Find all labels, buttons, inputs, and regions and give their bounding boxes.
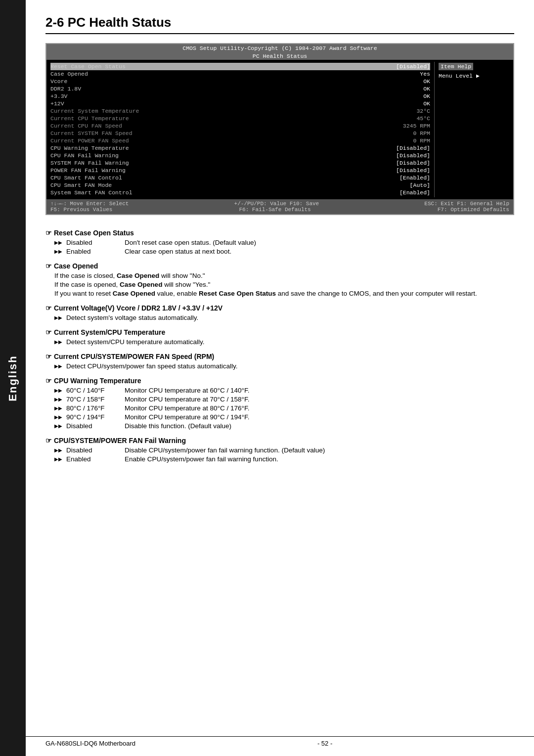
bios-footer-col3: ESC: Exit F1: General Help [424,201,509,207]
section-number: 2-6 [45,15,64,30]
sidebar-label: English [6,355,19,401]
para-text: If the case is closed, Case Opened will … [54,272,514,279]
item-help-title: Item Help [439,63,473,70]
bios-row: CPU Smart FAN Mode[Auto] [50,181,430,189]
section-case-opened: ☞ Case OpenedIf the case is closed, Case… [45,262,514,297]
bios-row: Current SYSTEM FAN Speed0 RPM [50,130,430,137]
bios-row: Current CPU FAN Speed3245 RPM [50,122,430,130]
bios-subheader: PC Health Status [46,52,513,60]
bios-body: Reset Case Open Status[Disabled]Case Ope… [46,60,513,199]
section-fan-fail-warning: ☞ CPU/SYSTEM/POWER FAN Fail WarningDisab… [45,437,514,463]
section-title: ☞ Current Voltage(V) Vcore / DDR2 1.8V /… [45,304,514,312]
item-help: Item Help Menu Level ▶ [439,63,509,79]
sidebar: English [0,0,26,756]
bios-row: SYSTEM FAN Fail Warning[Disabled] [50,159,430,167]
main-content: 2-6 PC Health Status CMOS Setup Utility-… [26,0,534,489]
bullet-desc: Monitor CPU temperature at 80°C / 176°F. [125,404,249,412]
bullet-label: 80°C / 176°F [66,404,121,412]
bios-row: CPU Warning Temperature[Disabled] [50,144,430,152]
bullet-label: Disabled [66,446,121,454]
bios-footer-col2: +/-/PU/PD: Value F10: Save [234,201,319,207]
bullet-item: Detect system's voltage status automatic… [54,314,514,321]
page-title: 2-6 PC Health Status [45,15,514,34]
bios-row[interactable]: Reset Case Open Status[Disabled] [50,63,430,70]
bullet-desc: Don't reset case open status. (Default v… [125,239,256,246]
section-body: Detect CPU/system/power fan speed status… [45,362,514,370]
section-title: ☞ Case Opened [45,262,514,270]
bullet-label: 60°C / 140°F [66,387,121,394]
bios-footer-col5: F6: Fail-Safe Defaults [239,207,311,213]
section-body: 60°C / 140°FMonitor CPU temperature at 6… [45,387,514,430]
section-reset-case: ☞ Reset Case Open StatusDisabledDon't re… [45,229,514,255]
para-text: If the case is opened, Case Opened will … [54,281,514,288]
sections-container: ☞ Reset Case Open StatusDisabledDon't re… [45,229,514,463]
bios-row: Current CPU Temperature45°C [50,115,430,122]
bullet-item: DisabledDisable CPU/system/power fan fai… [54,446,514,454]
bios-row: POWER FAN Fail Warning[Disabled] [50,167,430,174]
bullet-item: DisabledDisable this function. (Default … [54,422,514,430]
section-title: ☞ CPU Warning Temperature [45,377,514,385]
menu-level: Menu Level ▶ [439,72,509,79]
bios-footer-col6: F7: Optimized Defaults [438,207,509,213]
bullet-item: Detect system/CPU temperature automatica… [54,338,514,346]
bullet-desc: Detect system's voltage status automatic… [66,314,198,321]
footer-page: - 52 - [317,740,332,747]
bios-row: DDR2 1.8VOK [50,85,430,92]
bios-footer-col1: ↑↓→←: Move Enter: Select [50,201,129,207]
bios-row: +12VOK [50,100,430,107]
bullet-item: 60°C / 140°FMonitor CPU temperature at 6… [54,387,514,394]
bullet-label: 70°C / 158°F [66,396,121,403]
bullet-desc: Enable CPU/system/power fan fail warning… [125,455,278,463]
bullet-item: Detect CPU/system/power fan speed status… [54,362,514,370]
bullet-label: Enabled [66,455,121,463]
section-title: ☞ Reset Case Open Status [45,229,514,237]
section-body: Detect system's voltage status automatic… [45,314,514,321]
bios-row: Case OpenedYes [50,70,430,78]
bullet-label: Disabled [66,239,121,246]
bullet-item: 90°C / 194°FMonitor CPU temperature at 9… [54,413,514,421]
section-cpu-warning-temp: ☞ CPU Warning Temperature60°C / 140°FMon… [45,377,514,430]
bios-row: VcoreOK [50,78,430,85]
section-body: DisabledDon't reset case open status. (D… [45,239,514,255]
section-title: ☞ Current CPU/SYSTEM/POWER FAN Speed (RP… [45,353,514,360]
bullet-desc: Detect CPU/system/power fan speed status… [66,362,237,370]
bullet-item: DisabledDon't reset case open status. (D… [54,239,514,246]
section-current-fan: ☞ Current CPU/SYSTEM/POWER FAN Speed (RP… [45,353,514,370]
section-body: DisabledDisable CPU/system/power fan fai… [45,446,514,463]
bullet-label: Disabled [66,422,121,430]
bios-screen: CMOS Setup Utility-Copyright (C) 1984-20… [45,43,514,215]
bios-row: +3.3VOK [50,92,430,100]
section-current-temp: ☞ Current System/CPU TemperatureDetect s… [45,328,514,346]
section-body: Detect system/CPU temperature automatica… [45,338,514,346]
bios-footer-col4: F5: Previous Values [50,207,112,213]
footer-model: GA-N680SLI-DQ6 Motherboard [45,740,135,747]
bullet-desc: Monitor CPU temperature at 70°C / 158°F. [125,396,249,403]
para-text: If you want to reset Case Opened value, … [54,290,514,297]
bullet-item: EnabledClear case open status at next bo… [54,248,514,255]
bullet-desc: Disable this function. (Default value) [125,422,231,430]
bios-row: CPU Smart FAN Control[Enabled] [50,174,430,181]
bullet-item: EnabledEnable CPU/system/power fan fail … [54,455,514,463]
section-current-voltage: ☞ Current Voltage(V) Vcore / DDR2 1.8V /… [45,304,514,321]
bios-row: Current System Temperature32°C [50,107,430,115]
section-title: ☞ Current System/CPU Temperature [45,328,514,336]
bullet-item: 70°C / 158°FMonitor CPU temperature at 7… [54,396,514,403]
bullet-desc: Monitor CPU temperature at 90°C / 194°F. [125,413,249,421]
bios-row: Current POWER FAN Speed0 RPM [50,137,430,144]
bullet-item: 80°C / 176°FMonitor CPU temperature at 8… [54,404,514,412]
bios-right-panel: Item Help Menu Level ▶ [434,62,513,197]
page-footer: GA-N680SLI-DQ6 Motherboard - 52 - [26,736,534,747]
bullet-desc: Detect system/CPU temperature automatica… [66,338,205,346]
bios-footer: ↑↓→←: Move Enter: Select+/-/PU/PD: Value… [46,199,513,214]
bullet-label: 90°C / 194°F [66,413,121,421]
bios-header: CMOS Setup Utility-Copyright (C) 1984-20… [46,44,513,52]
bios-row: CPU FAN Fail Warning[Disabled] [50,152,430,159]
section-body: If the case is closed, Case Opened will … [45,272,514,297]
bios-left-panel: Reset Case Open Status[Disabled]Case Ope… [46,62,434,197]
bullet-label: Enabled [66,248,121,255]
bullet-desc: Disable CPU/system/power fan fail warnin… [125,446,325,454]
bios-row: System Smart FAN Control[Enabled] [50,189,430,196]
bullet-desc: Clear case open status at next boot. [125,248,231,255]
section-title-text: PC Health Status [68,15,172,30]
bullet-desc: Monitor CPU temperature at 60°C / 140°F. [125,387,249,394]
